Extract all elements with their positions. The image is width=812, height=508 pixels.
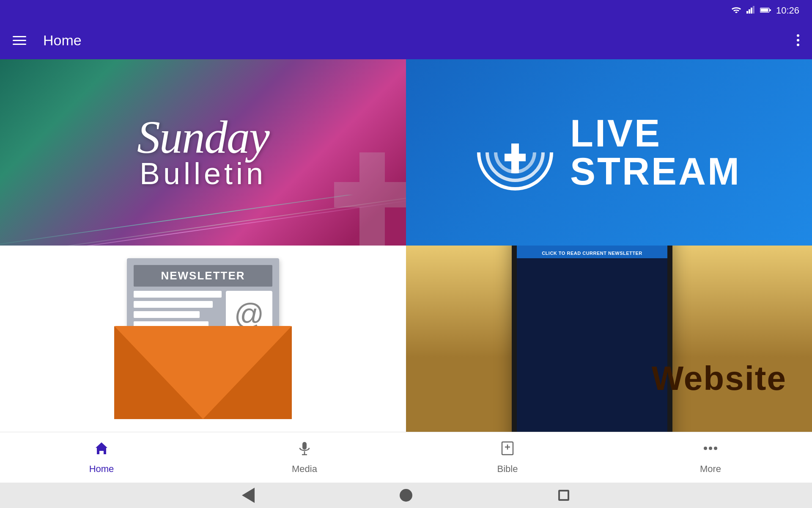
svg-rect-6: [769, 9, 771, 11]
nav-bible-label: Bible: [497, 464, 518, 475]
svg-point-14: [709, 447, 712, 450]
phone-mockup: ☰ ⚓ CLICK TO READ CURRENT NEWSLETTER Ant…: [512, 246, 672, 432]
battery-icon: [760, 6, 771, 15]
website-label: Website: [652, 359, 787, 398]
system-navigation-bar: [0, 483, 812, 508]
sunday-bulletin-cell[interactable]: Sunday Bulletin: [0, 59, 406, 246]
status-time: 10:26: [776, 5, 799, 16]
nav-home-label: Home: [89, 464, 114, 475]
phone-newsletter-text: CLICK TO READ CURRENT NEWSLETTER: [517, 248, 667, 258]
app-bar: Home: [0, 21, 812, 59]
website-cell[interactable]: ☰ ⚓ CLICK TO READ CURRENT NEWSLETTER Ant…: [406, 246, 812, 432]
hamburger-menu-button[interactable]: [13, 36, 26, 45]
sunday-text: Sunday: [137, 114, 269, 160]
recent-apps-button[interactable]: [556, 488, 571, 503]
more-vert-button[interactable]: [797, 34, 799, 46]
svg-rect-2: [751, 8, 752, 14]
svg-rect-5: [760, 8, 768, 11]
more-horiz-icon: [702, 440, 719, 460]
signal-cross-icon: [477, 114, 553, 190]
newsletter-cell[interactable]: NEWSLETTER @: [0, 246, 406, 432]
bulletin-text: Bulletin: [137, 156, 269, 191]
svg-rect-3: [753, 6, 754, 14]
nav-item-media[interactable]: Media: [203, 436, 406, 479]
wifi-icon: [731, 6, 741, 16]
nav-more-label: More: [700, 464, 721, 475]
main-grid: Sunday Bulletin: [0, 59, 812, 432]
live-text: LIVE: [570, 114, 741, 152]
svg-rect-0: [746, 11, 748, 14]
signal-icon: [746, 6, 755, 16]
nav-item-home[interactable]: Home: [0, 436, 203, 479]
home-system-button[interactable]: [398, 488, 414, 503]
nav-media-label: Media: [292, 464, 317, 475]
app-title: Home: [43, 32, 780, 49]
stream-text: STREAM: [570, 152, 741, 190]
bible-icon: [499, 440, 516, 460]
envelope-icon: [114, 309, 292, 419]
svg-rect-1: [749, 9, 750, 14]
live-stream-cell[interactable]: LIVE STREAM: [406, 59, 812, 246]
status-bar: 10:26: [0, 0, 812, 21]
svg-rect-7: [302, 442, 307, 450]
nav-item-more[interactable]: More: [609, 436, 812, 479]
svg-point-13: [704, 447, 707, 450]
svg-point-15: [714, 447, 717, 450]
home-icon: [93, 440, 110, 460]
mic-icon: [296, 440, 313, 460]
newsletter-header-text: NEWSLETTER: [140, 269, 266, 282]
bottom-navigation: Home Media Bible: [0, 432, 812, 483]
back-button[interactable]: [241, 488, 256, 503]
nav-item-bible[interactable]: Bible: [406, 436, 609, 479]
